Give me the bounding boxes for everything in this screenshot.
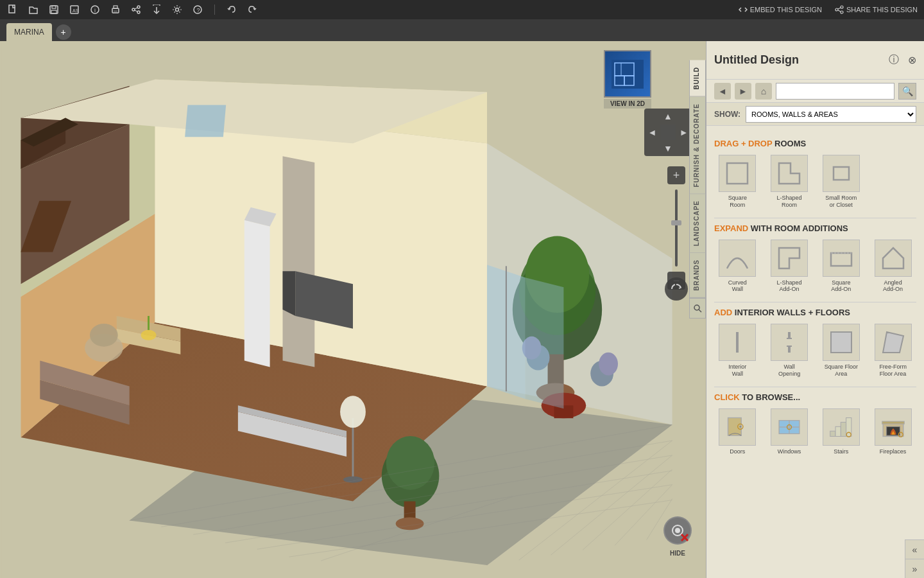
windows-label: Windows [778,448,801,455]
square-addon-item[interactable]: Square Add-On [818,240,865,293]
nav-left-button[interactable]: ◄ [644,125,660,141]
undo-icon[interactable] [225,3,238,16]
svg-rect-113 [831,332,851,353]
divider-1 [714,218,916,218]
square-floor-label: Square Floor Area [825,363,858,378]
collapse-up-button[interactable]: « [905,540,924,559]
svg-point-62 [599,353,618,376]
settings-icon[interactable] [171,3,184,16]
angled-addon-item[interactable]: Angled Add-On [869,240,916,293]
svg-rect-0 [9,5,15,13]
svg-marker-107 [883,248,903,268]
zoom-in-button[interactable]: + [667,166,685,184]
panel-content: DRAG + DROP ROOMS Square Room L-Shaped R… [706,126,924,578]
hide-button[interactable]: HIDE [661,519,694,552]
doors-icon [719,408,756,446]
square-room-item[interactable]: Square Room [714,155,761,209]
windows-icon [771,408,808,446]
save-as-icon[interactable]: AS [68,3,81,16]
embed-button[interactable]: EMBED THIS DESIGN [739,5,822,14]
panel-collapse-button[interactable]: ⊗ [908,54,916,66]
panel-back-button[interactable]: ◄ [714,83,731,100]
info-icon[interactable]: i [89,3,101,16]
wall-opening-item[interactable]: Wall Opening [766,324,813,378]
fireplaces-icon [875,408,912,446]
svg-rect-129 [882,421,903,424]
panel-forward-button[interactable]: ► [735,83,751,100]
help-icon[interactable]: ? [191,3,204,16]
panel-search-button[interactable]: 🔍 [898,83,916,100]
svg-rect-122 [830,431,835,436]
curved-wall-item[interactable]: Curved Wall [714,240,761,293]
zoom-slider-thumb[interactable] [671,220,681,225]
square-floor-item[interactable]: Square Floor Area [818,324,865,378]
doors-item[interactable]: Doors [714,408,761,455]
tab-furnish[interactable]: FURNISH & DECORATE [689,97,706,195]
view2d-button[interactable]: VIEW IN 2D [604,50,651,98]
collapse-down-button[interactable]: » [905,559,924,578]
svg-point-48 [141,330,157,340]
svg-point-116 [740,426,742,428]
svg-point-17 [176,8,179,12]
floorplan-3d [0,41,706,578]
l-shaped-addon-item[interactable]: L-Shaped Add-On [766,240,813,293]
topbar: AS i ? [0,0,924,19]
export-icon[interactable] [150,3,163,16]
rotate-button[interactable] [665,277,688,301]
expand-grid: Curved Wall L-Shaped Add-On Square Add-O… [714,240,916,293]
interior-grid: Interior Wall Wall Opening Square Floor … [714,324,916,378]
panel-home-button[interactable]: ⌂ [755,83,772,100]
panel-info-button[interactable]: ⓘ [889,53,899,67]
zoom-control: + − [667,166,685,290]
tab-landscape[interactable]: LANDSCAPE [689,194,706,253]
freeform-floor-item[interactable]: Free-Form Floor Area [869,324,916,378]
tab-build[interactable]: BUILD [689,60,706,97]
svg-marker-41 [283,271,296,316]
nav-up-button[interactable]: ▲ [660,109,676,125]
tab-search[interactable] [689,298,706,319]
windows-item[interactable]: Windows [766,408,813,455]
stairs-icon [823,408,860,446]
save-icon[interactable] [47,3,60,16]
show-row: SHOW: ROOMS, WALLS & AREAS [706,103,924,126]
fireplaces-item[interactable]: Fireplaces [869,408,916,455]
share-icon[interactable] [130,3,142,16]
panel-search-input[interactable] [776,83,894,100]
print-icon[interactable] [109,3,122,16]
redo-icon[interactable] [246,3,259,16]
zoom-slider-track[interactable] [675,189,678,267]
svg-point-12 [132,8,135,11]
svg-point-56 [386,436,435,490]
nav-down-button[interactable]: ▼ [660,140,676,156]
view2d-label: VIEW IN 2D [604,99,651,109]
stairs-item[interactable]: Stairs [818,408,865,455]
svg-rect-124 [841,422,846,436]
panel-nav-row: ◄ ► ⌂ 🔍 [706,80,924,103]
section-browse-header: CLICK TO BROWSE... [714,392,916,402]
tabbar: MARINA + [0,19,924,41]
share-design-button[interactable]: SHARE THIS DESIGN [835,5,918,14]
square-addon-label: Square Add-On [831,279,851,293]
hide-label: HIDE [670,550,685,557]
svg-text:?: ? [197,7,200,13]
svg-rect-39 [185,105,226,137]
nav-empty-bl [644,140,660,156]
new-icon[interactable] [6,3,19,16]
interior-wall-item[interactable]: Interior Wall [714,324,761,378]
canvas[interactable]: VIEW IN 2D ▲ ◄ ► ▼ + − [0,41,706,578]
l-shaped-room-item[interactable]: L-Shaped Room [766,155,813,209]
show-select[interactable]: ROOMS, WALLS & AREAS [746,106,916,123]
add-tab-button[interactable]: + [56,24,71,40]
svg-marker-67 [526,277,564,408]
open-icon[interactable] [27,3,40,16]
wall-opening-label: Wall Opening [778,363,800,378]
topbar-icons: AS i ? [6,3,259,16]
svg-point-98 [675,528,680,533]
square-room-label: Square Room [728,195,747,209]
tab-brands[interactable]: BRANDS [689,253,706,298]
tab-marina[interactable]: MARINA [6,23,52,41]
svg-point-58 [396,517,424,530]
small-room-item[interactable]: Small Room or Closet [818,155,865,209]
interior-wall-icon [719,324,756,361]
divider-2 [714,302,916,302]
